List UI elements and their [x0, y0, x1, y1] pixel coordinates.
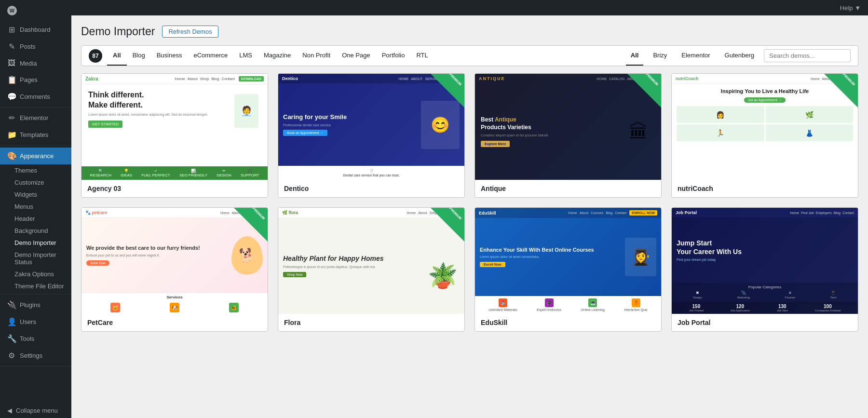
- sidebar-item-users[interactable]: 👤 Users: [0, 313, 71, 330]
- demo-thumb-dentico: Dentico HOME ABOUT SERVICES CONTACT Cari…: [278, 74, 464, 180]
- filter-tabs-left: 87 All Blog Business eCommerce LMS Magaz…: [89, 46, 434, 66]
- page-title: Demo Importer: [81, 25, 155, 38]
- sidebar-item-dashboard[interactable]: ⊞ Dashboard: [0, 21, 71, 38]
- filter-tab-all[interactable]: All: [107, 46, 127, 66]
- demo-thumb-agency03: Zakra Home About Shop Blog Contact DOWNL…: [81, 74, 268, 180]
- appearance-icon: 🎨: [7, 151, 16, 161]
- demo-card-petcare[interactable]: 🐾 petcare Home About Blog Contact We pro…: [81, 207, 268, 332]
- demo-card-antique[interactable]: ANTIQUE HOME CATALOG ABOUT CONTACT Best …: [475, 73, 662, 198]
- sidebar-sub-themes[interactable]: Themes: [0, 164, 71, 176]
- demo-label-nutricoach: nutriCoach: [672, 180, 858, 197]
- filter-tab-rtl[interactable]: RTL: [410, 46, 434, 66]
- sidebar-item-settings[interactable]: ⚙ Settings: [0, 347, 71, 364]
- refresh-demos-button[interactable]: Refresh Demos: [162, 26, 218, 38]
- demo-label-flora: Flora: [278, 314, 464, 331]
- builder-tab-elementor[interactable]: Elementor: [677, 46, 715, 66]
- filter-bar: 87 All Blog Business eCommerce LMS Magaz…: [81, 45, 858, 66]
- sidebar-sub-demo-importer[interactable]: Demo Importer: [0, 237, 71, 249]
- page-header: Demo Importer Refresh Demos: [81, 25, 858, 38]
- sidebar-item-tools[interactable]: 🔧 Tools: [0, 330, 71, 347]
- filter-tab-portfolio[interactable]: Portfolio: [376, 46, 411, 66]
- wordpress-icon: W: [7, 6, 17, 15]
- demo-label-antique: Antique: [475, 180, 661, 197]
- plugins-icon: 🔌: [7, 300, 16, 310]
- sidebar-item-pages[interactable]: 📋 Pages: [0, 71, 71, 88]
- content-area: Demo Importer Refresh Demos 87 All Blog …: [71, 15, 868, 418]
- search-input[interactable]: [764, 49, 851, 62]
- pages-icon: 📋: [7, 75, 16, 84]
- filter-right: All Brizy Elementor Gutenberg: [626, 46, 851, 66]
- settings-icon: ⚙: [7, 351, 16, 360]
- media-icon: 🖼: [7, 59, 16, 67]
- main-content: Help ▼ Demo Importer Refresh Demos 87 Al…: [71, 0, 868, 418]
- demo-count-badge: 87: [89, 49, 102, 63]
- demo-thumb-nutricoach: nutriCoach Home About Blog Contact Inspi…: [672, 74, 858, 180]
- comments-icon: 💬: [7, 92, 16, 101]
- filter-tab-business[interactable]: Business: [151, 46, 188, 66]
- demo-label-petcare: PetCare: [81, 314, 268, 331]
- filter-tab-nonprofit[interactable]: Non Profit: [297, 46, 336, 66]
- sidebar-sub-customize[interactable]: Customize: [0, 176, 71, 189]
- demo-label-jobportal: Job Portal: [672, 314, 858, 331]
- filter-tab-ecommerce[interactable]: eCommerce: [188, 46, 233, 66]
- collapse-icon: ◀: [7, 407, 12, 414]
- topbar: Help ▼: [71, 0, 868, 15]
- demo-card-eduskill[interactable]: EduSkill Home About Courses Blog Contact…: [475, 207, 662, 332]
- sidebar-sub-header[interactable]: Header: [0, 213, 71, 225]
- sidebar: W ⊞ Dashboard ✎ Posts 🖼 Media 📋 Pages 💬 …: [0, 0, 71, 418]
- demo-grid: Zakra Home About Shop Blog Contact DOWNL…: [81, 73, 858, 332]
- posts-icon: ✎: [7, 42, 16, 51]
- users-icon: 👤: [7, 317, 16, 326]
- filter-tab-one-page[interactable]: One Page: [336, 46, 376, 66]
- sidebar-item-plugins[interactable]: 🔌 Plugins: [0, 297, 71, 313]
- demo-thumb-flora: 🌿 flora Home About Shop Blog Contact: [278, 208, 464, 314]
- help-button[interactable]: Help ▼: [840, 4, 861, 12]
- collapse-menu[interactable]: ◀ Collapse menu: [0, 403, 71, 418]
- sidebar-logo: W: [0, 0, 71, 21]
- demo-label-eduskill: EduSkill: [475, 314, 661, 331]
- dashboard-icon: ⊞: [7, 25, 16, 34]
- builder-tab-brizy[interactable]: Brizy: [648, 46, 672, 66]
- demo-card-nutricoach[interactable]: nutriCoach Home About Blog Contact Inspi…: [671, 73, 858, 198]
- builder-tab-gutenberg[interactable]: Gutenberg: [720, 46, 759, 66]
- sidebar-sub-menus[interactable]: Menus: [0, 201, 71, 213]
- sidebar-sub-background[interactable]: Background: [0, 225, 71, 237]
- demo-card-dentico[interactable]: Dentico HOME ABOUT SERVICES CONTACT Cari…: [278, 73, 465, 198]
- builder-tab-all[interactable]: All: [626, 46, 644, 66]
- sidebar-sub-widgets[interactable]: Widgets: [0, 189, 71, 201]
- sidebar-item-comments[interactable]: 💬 Comments: [0, 88, 71, 105]
- sidebar-item-appearance[interactable]: 🎨 Appearance: [0, 148, 71, 164]
- demo-label-agency03: Agency 03: [81, 180, 268, 197]
- sidebar-item-elementor[interactable]: ✏ Elementor: [0, 109, 71, 126]
- sidebar-sub-zakra-options[interactable]: Zakra Options: [0, 268, 71, 280]
- demo-thumb-petcare: 🐾 petcare Home About Blog Contact We pro…: [81, 208, 268, 314]
- sidebar-sub-demo-importer-status[interactable]: Demo Importer Status: [0, 249, 71, 268]
- demo-thumb-jobportal: Job Portal Home Find Job Employers Blog …: [672, 208, 858, 314]
- demo-thumb-antique: ANTIQUE HOME CATALOG ABOUT CONTACT Best …: [475, 74, 661, 180]
- elementor-icon: ✏: [7, 113, 16, 122]
- sidebar-item-templates[interactable]: 📁 Templates: [0, 126, 71, 143]
- demo-label-dentico: Dentico: [278, 180, 464, 197]
- demo-card-jobportal[interactable]: Job Portal Home Find Job Employers Blog …: [671, 207, 858, 332]
- filter-tab-blog[interactable]: Blog: [127, 46, 151, 66]
- filter-tab-magazine[interactable]: Magazine: [258, 46, 297, 66]
- demo-card-flora[interactable]: 🌿 flora Home About Shop Blog Contact: [278, 207, 465, 332]
- demo-thumb-eduskill: EduSkill Home About Courses Blog Contact…: [475, 208, 661, 314]
- sidebar-item-media[interactable]: 🖼 Media: [0, 55, 71, 71]
- filter-tab-lms[interactable]: LMS: [233, 46, 258, 66]
- sidebar-sub-theme-file-editor[interactable]: Theme File Editor: [0, 280, 71, 292]
- tools-icon: 🔧: [7, 334, 16, 343]
- demo-card-agency03[interactable]: Zakra Home About Shop Blog Contact DOWNL…: [81, 73, 268, 198]
- sidebar-item-posts[interactable]: ✎ Posts: [0, 38, 71, 55]
- templates-icon: 📁: [7, 130, 16, 139]
